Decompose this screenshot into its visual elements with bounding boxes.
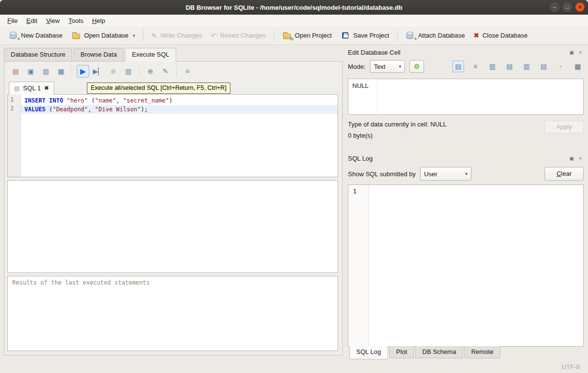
set-null-icon: ●	[559, 64, 562, 69]
tab-browse-data[interactable]: Browse Data	[74, 48, 123, 61]
new-database-icon: +	[8, 31, 18, 40]
import-cell-button[interactable]: ▥	[521, 61, 532, 72]
find-replace-button[interactable]: ✎	[159, 65, 172, 78]
menubar: File Edit View Tools Help	[0, 15, 588, 26]
close-database-icon: ✖	[474, 32, 479, 39]
editor-toolbar-separator	[176, 66, 177, 76]
sql-log-title: SQL Log	[348, 155, 568, 162]
menu-edit[interactable]: Edit	[22, 16, 41, 26]
sql-document-icon: ▤	[14, 85, 20, 92]
stop-icon: ⊗	[110, 67, 116, 75]
close-panel-icon[interactable]: ×	[577, 155, 584, 162]
export-cell-button[interactable]: ▤	[538, 61, 549, 72]
close-button[interactable]: ×	[575, 2, 585, 12]
text-mode-button[interactable]: ▤	[452, 61, 464, 72]
log-line-gutter: 1	[348, 185, 369, 346]
results-placeholder: Results of the last executed statements	[12, 279, 150, 286]
paste-cell-button[interactable]: ▤	[504, 61, 515, 72]
word-wrap-button[interactable]: ≡	[469, 61, 481, 72]
close-panel-icon[interactable]: ×	[577, 49, 584, 56]
export-data-button[interactable]: ⊕	[144, 65, 157, 78]
chevron-down-icon: ▾	[465, 171, 467, 176]
save-sql-file-button[interactable]: ▣	[24, 65, 37, 78]
results-grid[interactable]	[7, 180, 338, 273]
clear-log-button[interactable]: Clear	[545, 167, 584, 181]
bottom-tab-plot[interactable]: Plot	[389, 346, 414, 358]
execute-all-button[interactable]: ▶	[77, 65, 89, 78]
open-in-external-button[interactable]: ⚙	[409, 60, 424, 73]
window-controls: – □ ×	[550, 2, 585, 12]
maximize-button[interactable]: □	[563, 2, 572, 12]
find-replace-icon: ✎	[162, 67, 168, 75]
bottom-tab-db-schema[interactable]: DB Schema	[415, 346, 463, 358]
float-panel-icon[interactable]: ▣	[568, 155, 575, 162]
save-results-button[interactable]: ▥	[122, 65, 135, 78]
sql-log-view[interactable]: 1	[348, 185, 584, 347]
write-changes-button[interactable]: ✎ Write Changes	[147, 29, 206, 41]
open-database-button[interactable]: Open Database ▾	[67, 29, 140, 42]
menu-tools[interactable]: Tools	[64, 16, 87, 26]
cell-mode-row: Mode: Text ▾ ⚙ ▤ ≡ ▥ ▤ ▥ ▤ ● ▦	[348, 60, 584, 73]
format-sql-button[interactable]: ≡	[181, 65, 194, 78]
log-content	[369, 185, 583, 346]
text-mode-icon: ▤	[455, 62, 461, 70]
import-icon: ▥	[523, 62, 529, 70]
sql-1-tab[interactable]: ▤ SQL 1 ✖	[9, 82, 54, 95]
open-project-button[interactable]: ↻ Open Project	[278, 29, 336, 42]
attach-database-button[interactable]: + Attach Database	[401, 29, 469, 42]
sql-line-1: INSERT INTO "hero" ("name", "secret_name…	[21, 96, 338, 105]
print-icon: ▦	[58, 67, 64, 75]
bottom-tab-remote[interactable]: Remote	[465, 346, 501, 358]
open-sql-file-button[interactable]: ▤	[9, 65, 22, 78]
sql-tab-close-icon[interactable]: ✖	[44, 85, 49, 91]
save-project-icon	[341, 31, 350, 40]
bottom-dock-tabs: SQL Log Plot DB Schema Remote	[348, 347, 584, 360]
tab-database-structure[interactable]: Database Structure	[4, 48, 72, 61]
execute-all-icon: ▶	[81, 67, 86, 75]
open-sql-file-icon: ▤	[12, 67, 19, 75]
write-changes-icon: ✎	[151, 32, 157, 39]
save-project-button[interactable]: Save Project	[336, 29, 394, 42]
revert-changes-button[interactable]: ↶ Revert Changes	[206, 29, 270, 41]
menu-file[interactable]: File	[3, 16, 22, 26]
export-icon: ▤	[540, 62, 547, 70]
sql-editor[interactable]: 1 2 INSERT INTO "hero" ("name", "secret_…	[7, 94, 338, 177]
window-title: DB Browser for SQLite - /home/user/code/…	[185, 4, 402, 11]
sql-code-area[interactable]: INSERT INTO "hero" ("name", "secret_name…	[21, 95, 338, 177]
set-null-button[interactable]: ●	[555, 61, 567, 72]
execute-tooltip: Execute all/selected SQL [Ctrl+Return, F…	[87, 83, 230, 94]
stop-execution-button[interactable]: ⊗	[107, 65, 120, 78]
encoding-indicator[interactable]: UTF-8	[562, 363, 580, 371]
execute-current-line-button[interactable]: ▶▏	[92, 65, 104, 78]
copy-cell-button[interactable]: ▥	[487, 61, 498, 72]
bottom-tab-sql-log[interactable]: SQL Log	[349, 346, 388, 359]
print-sql-button[interactable]: ▦	[55, 65, 67, 78]
gear-icon: ⚙	[414, 62, 420, 70]
float-panel-icon[interactable]: ▣	[568, 49, 575, 56]
cell-value-editor[interactable]: NULL	[348, 79, 584, 115]
mode-combobox[interactable]: Text ▾	[370, 60, 405, 73]
sql-tab-label: SQL 1	[23, 84, 41, 92]
apply-button[interactable]: Apply	[545, 121, 584, 133]
close-icon: ×	[578, 4, 581, 10]
close-database-button[interactable]: ✖ Close Database	[469, 29, 532, 41]
tab-execute-sql[interactable]: Execute SQL	[125, 48, 176, 62]
new-database-button[interactable]: + New Database	[4, 29, 67, 42]
save-sql-file-as-button[interactable]: ▥	[40, 65, 52, 78]
menu-view[interactable]: View	[41, 16, 64, 26]
filter-label: Show SQL submitted by	[348, 170, 416, 178]
sql-log-filter-row: Show SQL submitted by User ▾ Clear	[348, 167, 584, 181]
sql-log-header: SQL Log ▣ ×	[348, 153, 584, 164]
menu-help[interactable]: Help	[88, 16, 110, 26]
save-sql-file-icon: ▣	[27, 67, 34, 75]
toolbar-separator	[397, 30, 398, 41]
minimize-button[interactable]: –	[550, 2, 559, 12]
export-data-icon: ⊕	[147, 67, 153, 75]
line-number: 2	[8, 105, 20, 114]
copy-icon: ▥	[489, 62, 495, 70]
open-database-dropdown-icon[interactable]: ▾	[133, 33, 135, 40]
sql-editor-toolbar: ▤ ▣ ▥ ▦ ▶ ▶▏ ⊗ ▥ ⊕ ✎ ≡	[7, 63, 338, 80]
submitted-by-combobox[interactable]: User ▾	[420, 167, 471, 181]
save-results-icon: ▥	[125, 67, 131, 75]
print-cell-button[interactable]: ▦	[572, 61, 584, 72]
